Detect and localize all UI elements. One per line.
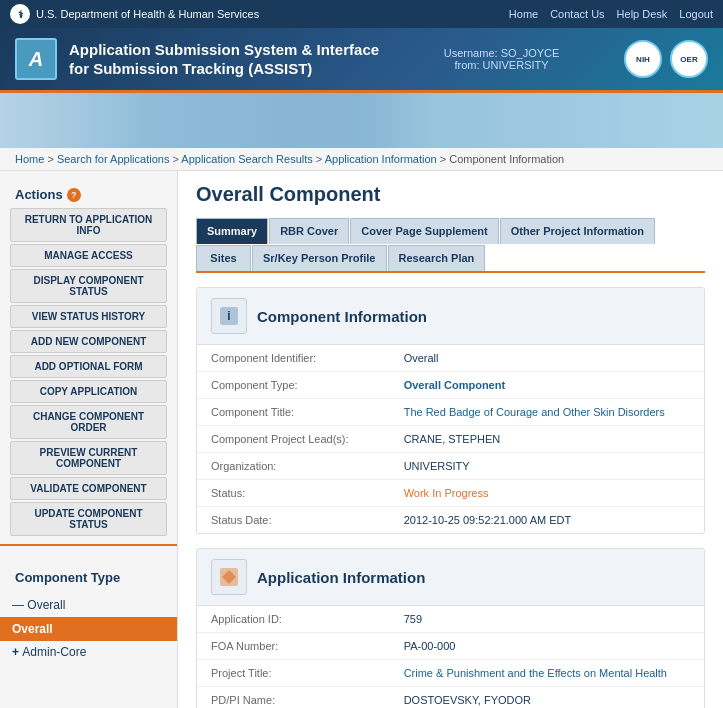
label-project-title: Project Title: (197, 660, 390, 687)
app-info-card: Application Information Application ID: … (196, 548, 705, 708)
value-foa: PA-00-000 (390, 633, 704, 660)
component-info-icon: i (211, 298, 247, 334)
table-row: Status: Work In Progress (197, 480, 704, 507)
value-status: Work In Progress (390, 480, 704, 507)
tab-sites[interactable]: Sites (196, 245, 251, 271)
main-layout: Actions ? RETURN TO APPLICATION INFO MAN… (0, 171, 723, 708)
return-to-app-info-button[interactable]: RETURN TO APPLICATION INFO (10, 208, 167, 242)
user-info: Username: SO_JOYCE from: UNIVERSITY (444, 47, 560, 71)
component-info-table: Component Identifier: Overall Component … (197, 345, 704, 533)
agency-name: U.S. Department of Health & Human Servic… (36, 8, 259, 20)
value-component-title: The Red Badge of Courage and Other Skin … (390, 399, 704, 426)
nih-logo: NIH (624, 40, 662, 78)
tab-sr-key-person[interactable]: Sr/Key Person Profile (252, 245, 387, 271)
table-row: Status Date: 2012-10-25 09:52:21.000 AM … (197, 507, 704, 534)
validate-component-button[interactable]: VALIDATE COMPONENT (10, 477, 167, 500)
label-org: Organization: (197, 453, 390, 480)
table-row: Component Identifier: Overall (197, 345, 704, 372)
value-org: UNIVERSITY (390, 453, 704, 480)
table-row: PD/PI Name: DOSTOEVSKY, FYODOR (197, 687, 704, 708)
table-row: Project Title: Crime & Punishment and th… (197, 660, 704, 687)
top-bar: ⚕ U.S. Department of Health & Human Serv… (0, 0, 723, 28)
add-new-component-button[interactable]: ADD NEW COMPONENT (10, 330, 167, 353)
contact-link[interactable]: Contact Us (550, 8, 604, 20)
breadcrumb: Home > Search for Applications > Applica… (0, 148, 723, 171)
component-info-title: Component Information (257, 308, 427, 325)
table-row: Component Project Lead(s): CRANE, STEPHE… (197, 426, 704, 453)
add-optional-form-button[interactable]: ADD OPTIONAL FORM (10, 355, 167, 378)
top-nav: Home Contact Us Help Desk Logout (509, 8, 713, 20)
value-pd-pi: DOSTOEVSKY, FYODOR (390, 687, 704, 708)
component-type-title: Component Type (0, 564, 177, 589)
label-project-lead: Component Project Lead(s): (197, 426, 390, 453)
helpdesk-link[interactable]: Help Desk (617, 8, 668, 20)
view-status-history-button[interactable]: VIEW STATUS HISTORY (10, 305, 167, 328)
tree-admin-core-add[interactable]: Admin-Core (0, 641, 177, 663)
value-component-id: Overall (390, 345, 704, 372)
table-row: Application ID: 759 (197, 606, 704, 633)
page-title: Overall Component (196, 183, 705, 206)
component-tree: Overall Overall Admin-Core (0, 589, 177, 667)
breadcrumb-current: Component Information (449, 153, 564, 165)
component-info-header: i Component Information (197, 288, 704, 345)
actions-title: Actions ? (0, 181, 177, 206)
sidebar-divider (0, 544, 177, 546)
table-row: Component Title: The Red Badge of Courag… (197, 399, 704, 426)
label-component-title: Component Title: (197, 399, 390, 426)
info-icon-svg: i (218, 305, 240, 327)
breadcrumb-results[interactable]: Application Search Results (181, 153, 312, 165)
manage-access-button[interactable]: MANAGE ACCESS (10, 244, 167, 267)
value-project-lead: CRANE, STEPHEN (390, 426, 704, 453)
tree-overall-active[interactable]: Overall (0, 617, 177, 641)
label-component-id: Component Identifier: (197, 345, 390, 372)
tab-other-project-info[interactable]: Other Project Information (500, 218, 655, 244)
app-info-header: Application Information (197, 549, 704, 606)
banner-image (0, 93, 723, 148)
content-area: Overall Component Summary RBR Cover Cove… (178, 171, 723, 708)
component-info-card: i Component Information Component Identi… (196, 287, 705, 534)
agency-info: ⚕ U.S. Department of Health & Human Serv… (10, 4, 259, 24)
app-info-title: Application Information (257, 569, 425, 586)
update-component-status-button[interactable]: UPDATE COMPONENT STATUS (10, 502, 167, 536)
tabs: Summary RBR Cover Cover Page Supplement … (196, 218, 705, 273)
display-component-status-button[interactable]: DISPLAY COMPONENT STATUS (10, 269, 167, 303)
header-logos: NIH OER (624, 40, 708, 78)
svg-text:i: i (227, 309, 230, 323)
sidebar: Actions ? RETURN TO APPLICATION INFO MAN… (0, 171, 178, 708)
value-status-date: 2012-10-25 09:52:21.000 AM EDT (390, 507, 704, 534)
breadcrumb-search[interactable]: Search for Applications (57, 153, 170, 165)
header-left: A Application Submission System & Interf… (15, 38, 379, 80)
actions-help-icon[interactable]: ? (67, 188, 81, 202)
oer-logo: OER (670, 40, 708, 78)
change-component-order-button[interactable]: CHANGE COMPONENT ORDER (10, 405, 167, 439)
app-title: Application Submission System & Interfac… (69, 40, 379, 79)
label-component-type: Component Type: (197, 372, 390, 399)
table-row: Organization: UNIVERSITY (197, 453, 704, 480)
label-status-date: Status Date: (197, 507, 390, 534)
tree-overall-expand[interactable]: Overall (0, 593, 177, 617)
value-component-type: Overall Component (390, 372, 704, 399)
value-project-title: Crime & Punishment and the Effects on Me… (390, 660, 704, 687)
copy-application-button[interactable]: COPY APPLICATION (10, 380, 167, 403)
preview-current-component-button[interactable]: PREVIEW CURRENT COMPONENT (10, 441, 167, 475)
actions-section: Actions ? RETURN TO APPLICATION INFO MAN… (0, 171, 177, 564)
value-app-id: 759 (390, 606, 704, 633)
tab-research-plan[interactable]: Research Plan (388, 245, 486, 271)
tab-rbr-cover[interactable]: RBR Cover (269, 218, 349, 244)
hhs-logo: ⚕ (10, 4, 30, 24)
app-logo-icon: A (15, 38, 57, 80)
label-app-id: Application ID: (197, 606, 390, 633)
tab-cover-page-supplement[interactable]: Cover Page Supplement (350, 218, 499, 244)
label-pd-pi: PD/PI Name: (197, 687, 390, 708)
breadcrumb-app-info[interactable]: Application Information (325, 153, 437, 165)
home-link[interactable]: Home (509, 8, 538, 20)
label-foa: FOA Number: (197, 633, 390, 660)
tab-summary[interactable]: Summary (196, 218, 268, 244)
table-row: Component Type: Overall Component (197, 372, 704, 399)
label-status: Status: (197, 480, 390, 507)
logout-link[interactable]: Logout (679, 8, 713, 20)
app-icon-svg (218, 566, 240, 588)
app-info-table: Application ID: 759 FOA Number: PA-00-00… (197, 606, 704, 708)
app-info-icon (211, 559, 247, 595)
breadcrumb-home[interactable]: Home (15, 153, 44, 165)
